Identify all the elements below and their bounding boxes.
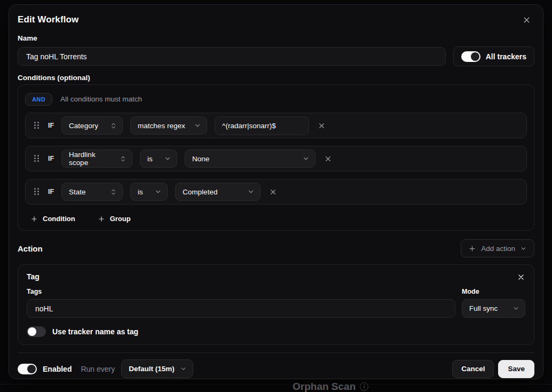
- tracker-tag-label: Use tracker name as tag: [52, 327, 138, 336]
- condition-operator-value: is: [147, 155, 153, 163]
- close-icon: [269, 188, 277, 196]
- background-section-heading: Orphan Scan i: [293, 381, 368, 392]
- if-label: IF: [48, 188, 54, 195]
- interval-select[interactable]: Default (15m): [121, 359, 193, 378]
- chevrons-up-down-icon: [110, 122, 117, 129]
- mode-label: Mode: [462, 288, 525, 295]
- add-condition-button[interactable]: Condition: [25, 213, 81, 225]
- if-label: IF: [48, 155, 54, 162]
- plus-icon: [468, 245, 476, 253]
- condition-operator-value: matches regex: [138, 122, 185, 130]
- action-header-row: Action Add action: [18, 239, 534, 257]
- conditions-heading: Conditions (optional): [18, 74, 534, 82]
- chevron-down-icon: [154, 188, 162, 195]
- plus-icon: [30, 215, 38, 223]
- condition-operator-select[interactable]: matches regex: [130, 116, 207, 135]
- condition-operator-select[interactable]: is: [140, 150, 177, 168]
- tag-card-title: Tag: [27, 272, 40, 281]
- add-action-label: Add action: [481, 245, 515, 253]
- condition-value-select[interactable]: Completed: [175, 183, 261, 201]
- chevron-down-icon: [194, 122, 201, 129]
- close-icon: [324, 155, 332, 163]
- condition-field-select[interactable]: Hardlink scope: [61, 150, 132, 168]
- condition-rows: IF Category matches regex IF: [25, 113, 527, 205]
- all-trackers-label: All trackers: [486, 52, 526, 61]
- all-trackers-switch[interactable]: [461, 51, 480, 62]
- chevrons-up-down-icon: [120, 155, 127, 162]
- enabled-switch[interactable]: [18, 364, 37, 374]
- mode-field-group: Mode Full sync: [462, 288, 525, 318]
- add-group-label: Group: [110, 215, 131, 223]
- background-divider: [0, 384, 552, 385]
- mode-select[interactable]: Full sync: [462, 299, 525, 318]
- remove-action-button[interactable]: [516, 272, 526, 283]
- condition-row: IF Hardlink scope is None: [25, 146, 527, 171]
- chevrons-up-down-icon: [110, 189, 117, 195]
- close-dialog-button[interactable]: [521, 14, 532, 26]
- close-icon: [517, 273, 525, 281]
- info-icon: i: [360, 382, 368, 391]
- name-label: Name: [18, 34, 534, 42]
- remove-condition-button[interactable]: [268, 187, 278, 197]
- edit-workflow-dialog: Edit Workflow Name All trackers Conditio…: [9, 4, 543, 379]
- chevron-down-icon: [164, 155, 171, 162]
- match-mode-row: AND All conditions must match: [25, 92, 527, 106]
- add-buttons-row: Condition Group: [25, 211, 527, 226]
- save-button[interactable]: Save: [498, 360, 534, 378]
- cancel-button[interactable]: Cancel: [452, 360, 494, 378]
- condition-field-value: State: [69, 188, 86, 196]
- tag-action-card: Tag Tags Mode Full sync Use tracker name…: [18, 264, 534, 345]
- chevron-down-icon: [520, 245, 527, 252]
- mode-value: Full sync: [469, 304, 498, 312]
- condition-value: None: [192, 155, 209, 163]
- condition-operator-select[interactable]: is: [130, 183, 168, 201]
- condition-value-select[interactable]: None: [185, 150, 316, 168]
- condition-field-value: Hardlink scope: [69, 151, 115, 167]
- dialog-title: Edit Workflow: [18, 14, 534, 25]
- tracker-tag-toggle-row: Use tracker name as tag: [27, 326, 525, 337]
- condition-field-value: Category: [69, 122, 98, 130]
- condition-row: IF Category matches regex: [25, 113, 527, 138]
- dialog-footer: Enabled Run every Default (15m) Cancel S…: [18, 352, 534, 378]
- remove-condition-button[interactable]: [317, 121, 327, 131]
- chevron-down-icon: [247, 188, 255, 195]
- tag-fields-row: Tags Mode Full sync: [27, 288, 525, 318]
- condition-row: IF State is Completed: [25, 179, 527, 205]
- condition-field-select[interactable]: State: [61, 183, 123, 201]
- remove-condition-button[interactable]: [323, 154, 333, 164]
- chevron-down-icon: [180, 365, 187, 372]
- add-group-button[interactable]: Group: [92, 213, 136, 225]
- condition-value: Completed: [183, 188, 217, 196]
- background-heading-text: Orphan Scan: [293, 381, 356, 392]
- switch-knob: [27, 365, 36, 373]
- tags-field-group: Tags: [27, 288, 455, 318]
- chevron-down-icon: [302, 155, 310, 162]
- all-trackers-toggle-group[interactable]: All trackers: [453, 46, 534, 66]
- match-mode-hint: All conditions must match: [60, 95, 142, 103]
- plus-icon: [98, 215, 105, 223]
- enabled-label: Enabled: [43, 365, 72, 373]
- switch-knob: [471, 52, 479, 61]
- workflow-name-input[interactable]: [18, 47, 446, 66]
- add-condition-label: Condition: [43, 215, 75, 223]
- switch-knob: [28, 327, 36, 336]
- drag-handle-icon[interactable]: [34, 122, 40, 129]
- tags-input[interactable]: [27, 299, 455, 318]
- condition-operator-value: is: [138, 188, 143, 196]
- run-every-label: Run every: [81, 365, 115, 373]
- condition-field-select[interactable]: Category: [61, 116, 123, 135]
- name-row: All trackers: [18, 46, 534, 66]
- drag-handle-icon[interactable]: [34, 155, 40, 162]
- action-heading: Action: [18, 244, 43, 253]
- close-icon: [522, 15, 531, 25]
- drag-handle-icon[interactable]: [34, 188, 40, 195]
- and-operator-badge[interactable]: AND: [25, 93, 52, 106]
- tags-label: Tags: [27, 288, 455, 295]
- chevron-down-icon: [512, 305, 519, 312]
- interval-value: Default (15m): [129, 365, 175, 373]
- conditions-group: AND All conditions must match IF Categor…: [18, 84, 534, 231]
- add-action-button[interactable]: Add action: [461, 239, 534, 257]
- if-label: IF: [48, 122, 54, 129]
- condition-value-input[interactable]: [215, 116, 309, 135]
- tracker-tag-switch[interactable]: [27, 326, 46, 337]
